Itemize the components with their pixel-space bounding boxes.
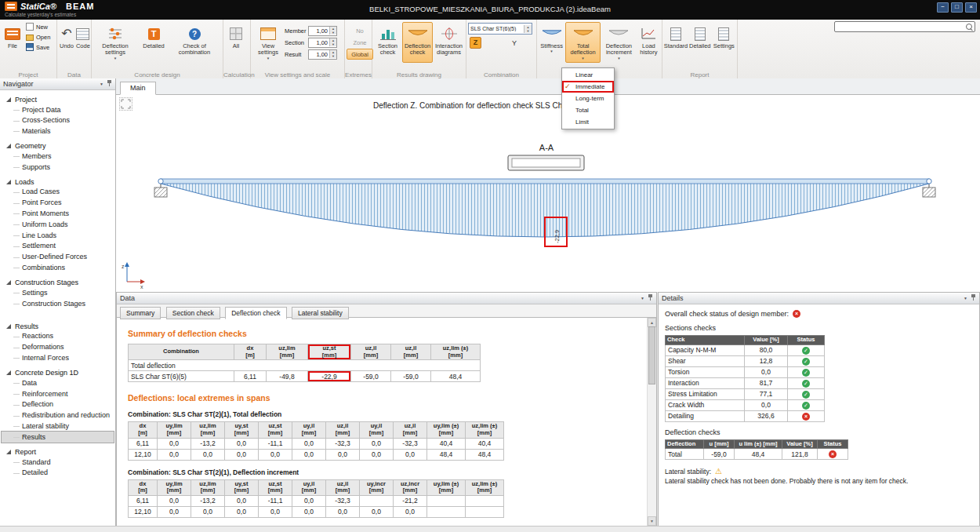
detailed-button[interactable]: T Detailed bbox=[138, 22, 169, 63]
new-button[interactable]: New bbox=[24, 22, 52, 31]
support-right bbox=[923, 188, 935, 197]
expand-triangle-icon[interactable] bbox=[6, 180, 11, 184]
nav-section-project[interactable]: Project bbox=[2, 94, 114, 104]
group-label: Extremes bbox=[345, 71, 372, 78]
menu-item-long-term[interactable]: Long-term bbox=[562, 93, 614, 104]
extremes-global-button[interactable]: Global bbox=[347, 49, 373, 60]
nav-item-reinforcement[interactable]: Reinforcement bbox=[2, 388, 114, 399]
file-button[interactable]: File bbox=[2, 22, 24, 63]
nav-item-construction-stages[interactable]: Construction Stages bbox=[2, 298, 114, 309]
data-panel-scrollbar[interactable]: ▲ ▼ bbox=[647, 318, 656, 526]
panel-menu-icon[interactable]: ▼ bbox=[100, 82, 103, 86]
total-deflection-button[interactable]: Total deflection ▼ bbox=[565, 22, 601, 63]
report-settings-button[interactable]: Settings bbox=[713, 22, 735, 63]
nav-item-results[interactable]: Results bbox=[2, 432, 114, 443]
maximize-button[interactable]: □ bbox=[951, 2, 963, 13]
nav-section-results[interactable]: Results bbox=[2, 321, 114, 331]
nav-item-user-defined-forces[interactable]: User-Defined Forces bbox=[2, 252, 114, 263]
table-row: Stress Limitation77,1✓ bbox=[666, 388, 825, 399]
nav-item-detailed[interactable]: Detailed bbox=[2, 468, 114, 479]
spin-down-icon[interactable]: ▼ bbox=[330, 31, 336, 35]
check-of-combination-button[interactable]: ? Check of combination bbox=[170, 22, 219, 63]
panel-menu-icon[interactable]: ▼ bbox=[964, 296, 967, 301]
deflection-settings-button[interactable]: Deflection settings ▼ bbox=[93, 22, 137, 63]
nav-item-cross-sections[interactable]: Cross-Sections bbox=[2, 115, 114, 126]
table-row: 12,100,00,00,00,00,00,00,00,0 bbox=[129, 506, 504, 517]
expand-triangle-icon[interactable] bbox=[6, 97, 11, 102]
nav-item-materials[interactable]: Materials bbox=[2, 126, 114, 137]
result-scale-input[interactable]: 1,00▲▼ bbox=[308, 49, 337, 60]
section-scale-input[interactable]: 1,00▲▼ bbox=[308, 38, 337, 48]
direction-z-button[interactable]: Z bbox=[470, 37, 481, 49]
nav-section-report[interactable]: Report bbox=[2, 446, 114, 457]
section-check-button[interactable]: Section check bbox=[374, 22, 401, 63]
nav-item-internal-forces[interactable]: Internal Forces bbox=[2, 353, 114, 364]
deflection-check-button[interactable]: Deflection check bbox=[402, 22, 433, 63]
nav-item-lateral-stability[interactable]: Lateral stability bbox=[2, 421, 114, 432]
nav-section-geometry[interactable]: Geometry bbox=[2, 140, 114, 151]
deflection-increment-button[interactable]: Deflection increment ▼ bbox=[601, 22, 637, 63]
open-button[interactable]: Open bbox=[24, 32, 52, 42]
interaction-diagrams-button[interactable]: Interaction diagrams bbox=[434, 22, 464, 63]
scroll-down-icon[interactable]: ▼ bbox=[648, 516, 656, 526]
nav-item-line-loads[interactable]: Line Loads bbox=[2, 230, 114, 241]
save-button[interactable]: Save bbox=[24, 42, 52, 52]
spin-down-icon[interactable]: ▼ bbox=[330, 42, 336, 46]
nav-item-deflection[interactable]: Deflection bbox=[2, 399, 114, 410]
menu-item-immediate[interactable]: ✓Immediate bbox=[562, 81, 614, 93]
nav-item-uniform-loads[interactable]: Uniform Loads bbox=[2, 219, 114, 230]
close-button[interactable]: × bbox=[965, 2, 977, 13]
nav-item-settings[interactable]: Settings bbox=[2, 287, 114, 298]
direction-y-button[interactable]: Y bbox=[512, 39, 517, 47]
nav-item-data[interactable]: Data bbox=[2, 377, 114, 388]
nav-item-supports[interactable]: Supports bbox=[2, 162, 114, 173]
search-input[interactable] bbox=[834, 21, 975, 32]
calculate-all-button[interactable]: All bbox=[225, 22, 247, 63]
report-detailed-button[interactable]: Detailed bbox=[688, 22, 712, 63]
expand-triangle-icon[interactable] bbox=[6, 280, 11, 285]
spin-down-icon[interactable]: ▼ bbox=[330, 54, 336, 58]
menu-item-limit[interactable]: Limit bbox=[562, 116, 614, 128]
nav-item-members[interactable]: Members bbox=[2, 151, 114, 162]
nav-item-redistribution-and-reduction[interactable]: Redistribution and reduction bbox=[2, 410, 114, 421]
nav-section-loads[interactable]: Loads bbox=[2, 177, 114, 187]
nav-item-point-moments[interactable]: Point Moments bbox=[2, 209, 114, 220]
undo-button[interactable]: ↶ Undo bbox=[59, 22, 74, 63]
document-icon bbox=[695, 27, 706, 41]
code-button[interactable]: Code bbox=[75, 22, 91, 63]
nav-item-point-forces[interactable]: Point Forces bbox=[2, 198, 114, 209]
nav-section-construction-stages[interactable]: Construction Stages bbox=[2, 277, 114, 287]
minimize-button[interactable]: − bbox=[937, 2, 949, 13]
nav-item-standard[interactable]: Standard bbox=[2, 457, 114, 468]
pin-icon[interactable] bbox=[648, 294, 653, 303]
pin-icon[interactable] bbox=[971, 294, 976, 303]
expand-triangle-icon[interactable] bbox=[6, 324, 11, 329]
load-history-button[interactable]: Load history bbox=[637, 22, 660, 63]
panel-menu-icon[interactable]: ▼ bbox=[641, 296, 644, 301]
expand-triangle-icon[interactable] bbox=[6, 370, 11, 375]
nav-item-load-cases[interactable]: Load Cases bbox=[2, 187, 114, 198]
menu-item-linear[interactable]: Linear bbox=[562, 69, 614, 81]
expand-triangle-icon[interactable] bbox=[6, 450, 11, 454]
menu-item-total[interactable]: Total bbox=[562, 104, 614, 116]
zoom-extents-icon[interactable] bbox=[119, 97, 132, 111]
report-standard-button[interactable]: Standard bbox=[664, 22, 688, 63]
nav-section-concrete-design-1d[interactable]: Concrete Design 1D bbox=[2, 367, 114, 377]
nav-item-settlement[interactable]: Settlement bbox=[2, 241, 114, 252]
stiffness-button[interactable]: Stiffness ▼ bbox=[539, 22, 564, 63]
nav-item-combinations[interactable]: Combinations bbox=[2, 263, 114, 274]
pin-icon[interactable] bbox=[107, 80, 112, 89]
extremes-zone-button[interactable]: Zone bbox=[347, 37, 373, 48]
combination-select[interactable]: SLS Char ST(6)(5) ▲▼ bbox=[468, 23, 532, 35]
extremes-no-button[interactable]: No bbox=[347, 25, 373, 36]
nav-item-reactions[interactable]: Reactions bbox=[2, 331, 114, 342]
member-scale-input[interactable]: 1,00▲▼ bbox=[308, 26, 337, 36]
nav-item-project-data[interactable]: Project Data bbox=[2, 104, 114, 115]
scroll-thumb[interactable] bbox=[648, 326, 655, 384]
expand-triangle-icon[interactable] bbox=[6, 144, 11, 148]
view-settings-button[interactable]: View settings ▼ bbox=[252, 22, 284, 63]
member-scale-label: Member bbox=[285, 27, 307, 35]
tab-main[interactable]: Main bbox=[120, 82, 156, 95]
combo-spinner-icon[interactable]: ▲▼ bbox=[524, 25, 532, 33]
nav-item-deformations[interactable]: Deformations bbox=[2, 342, 114, 353]
